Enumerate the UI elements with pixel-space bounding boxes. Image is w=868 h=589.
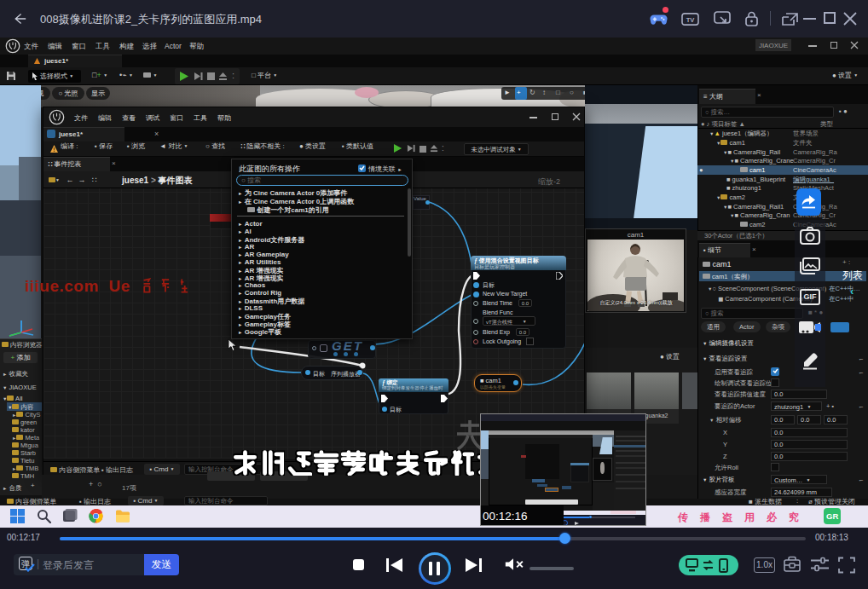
svg-text:!: ! [53, 147, 55, 153]
svg-text:TV: TV [686, 16, 696, 24]
